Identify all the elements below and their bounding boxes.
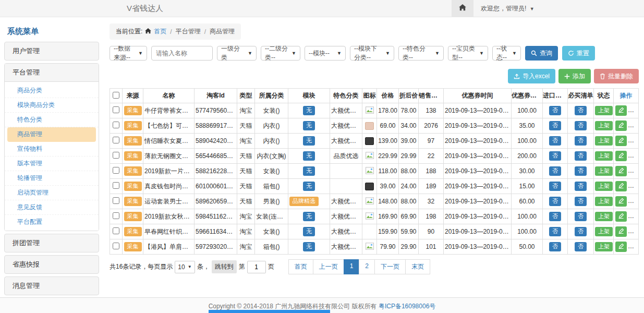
status-badge[interactable]: 上架 (595, 212, 613, 221)
edit-button[interactable] (615, 105, 627, 116)
filter-select[interactable]: --状态--▼ (492, 46, 521, 61)
must-buy-toggle[interactable]: 否 (575, 197, 587, 206)
jump-to-button[interactable]: 跳转到 (212, 260, 237, 273)
import-select-toggle[interactable]: 否 (549, 182, 561, 190)
import-select-toggle[interactable]: 否 (549, 151, 561, 160)
sidebar-section-4[interactable]: 省惠快报 (5, 256, 99, 273)
bottom-scrollbar-thumb[interactable] (209, 310, 330, 313)
filter-select-data-source[interactable]: --数据来源--▼ (110, 46, 147, 61)
breadcrumb-home-link[interactable]: 首页 (154, 27, 166, 36)
import-select-toggle[interactable]: 否 (549, 197, 561, 206)
status-badge[interactable]: 上架 (595, 227, 613, 236)
home-button[interactable] (452, 0, 473, 17)
batch-delete-button[interactable]: 批量删除 (594, 69, 639, 83)
must-buy-toggle[interactable]: 否 (575, 182, 587, 190)
status-badge[interactable]: 上架 (595, 242, 613, 251)
sidebar-item[interactable]: 轮播管理 (5, 171, 99, 186)
must-buy-toggle[interactable]: 否 (575, 212, 587, 221)
sidebar-section-5[interactable]: 消息管理 (5, 277, 99, 295)
pager-button[interactable]: 下一页 (374, 259, 406, 274)
import-select-toggle[interactable]: 否 (549, 227, 561, 236)
sidebar-section-1[interactable]: 用户管理 (5, 42, 99, 60)
filter-select[interactable]: 一级分类▼ (217, 46, 257, 61)
row-checkbox[interactable] (113, 197, 119, 204)
must-buy-toggle[interactable]: 否 (575, 136, 587, 145)
must-buy-toggle[interactable]: 否 (575, 166, 587, 175)
module-badge: 无 (303, 227, 315, 236)
sidebar-item[interactable]: 模块商品分类 (5, 98, 99, 113)
sidebar-section-3[interactable]: 拼团管理 (5, 234, 99, 252)
must-buy-toggle[interactable]: 否 (575, 106, 587, 115)
pager-button[interactable]: 1 (344, 259, 360, 274)
discount-price: 69.90 (399, 209, 419, 224)
must-buy-toggle[interactable]: 否 (575, 151, 587, 160)
status-badge[interactable]: 上架 (595, 121, 613, 130)
row-checkbox[interactable] (113, 137, 119, 143)
reset-button[interactable]: 重置 (562, 46, 595, 61)
sidebar-item[interactable]: 特色分类 (5, 113, 99, 127)
filter-select[interactable]: --模块下分类--▼ (350, 46, 394, 61)
import-select-toggle[interactable]: 否 (549, 121, 561, 130)
row-checkbox[interactable] (113, 122, 119, 128)
must-buy-toggle[interactable]: 否 (575, 242, 587, 251)
sidebar-item[interactable]: 商品管理 (7, 127, 96, 142)
import-select-toggle[interactable]: 否 (549, 136, 561, 145)
add-button[interactable]: 添加 (558, 69, 591, 83)
must-buy-toggle[interactable]: 否 (575, 121, 587, 130)
column-header: 操作 (614, 89, 639, 103)
search-button[interactable]: 查询 (525, 46, 558, 61)
pager-button[interactable]: 上一页 (313, 259, 344, 274)
row-checkbox[interactable] (113, 182, 119, 189)
edit-button[interactable] (615, 151, 627, 161)
status-badge[interactable]: 上架 (595, 106, 613, 115)
page-size-select[interactable]: 10 ▼ (175, 261, 195, 273)
select-all-checkbox[interactable] (113, 92, 119, 99)
row-checkbox[interactable] (113, 227, 119, 234)
user-menu[interactable]: 欢迎您，管理员! ▼ (481, 4, 534, 13)
import-select-toggle[interactable]: 否 (549, 242, 561, 251)
copyright-text: Copyright © 2014-2018 广州九驰网络科技有限公司 版权所有 (209, 303, 377, 310)
edit-button[interactable] (615, 121, 627, 131)
jump-page-input[interactable] (247, 261, 266, 273)
status-badge[interactable]: 上架 (595, 166, 613, 175)
filter-select[interactable]: --二级分类--▼ (261, 46, 300, 61)
import-select-toggle[interactable]: 否 (549, 166, 561, 175)
pager-button[interactable]: 末页 (405, 259, 430, 274)
row-checkbox[interactable] (113, 152, 119, 159)
pager-button[interactable]: 2 (359, 259, 375, 274)
sidebar-item[interactable]: 宣传物料 (5, 142, 99, 156)
filter-select[interactable]: --特色分类--▼ (398, 46, 444, 61)
status-badge-cell: 上架 (594, 103, 614, 118)
edit-button[interactable] (615, 211, 627, 222)
sidebar-item[interactable]: 版本管理 (5, 156, 99, 171)
status-badge[interactable]: 上架 (595, 136, 613, 145)
status-badge[interactable]: 上架 (595, 197, 613, 206)
sidebar-item[interactable]: 启动页管理 (5, 186, 99, 200)
sidebar-item[interactable]: 商品分类 (5, 83, 99, 98)
edit-button[interactable] (615, 226, 627, 237)
import-select-toggle[interactable]: 否 (549, 106, 561, 115)
icp-link[interactable]: 粤ICP备16098006号 (379, 303, 435, 310)
status-badge[interactable]: 上架 (595, 151, 613, 160)
edit-button[interactable] (615, 242, 627, 252)
edit-button[interactable] (615, 196, 627, 207)
row-checkbox[interactable] (113, 106, 119, 113)
import-select-toggle[interactable]: 否 (549, 212, 561, 221)
sidebar-item[interactable]: 意见反馈 (5, 200, 99, 215)
import-excel-button[interactable]: 导入excel (508, 69, 555, 83)
status-badge[interactable]: 上架 (595, 182, 613, 190)
sidebar-section-2[interactable]: 平台管理 (5, 64, 99, 82)
row-checkbox[interactable] (113, 167, 119, 174)
must-buy-toggle[interactable]: 否 (575, 227, 587, 236)
sidebar-item[interactable]: 平台配置 (5, 215, 99, 229)
row-checkbox[interactable] (113, 243, 119, 249)
pager-button[interactable]: 首页 (288, 259, 313, 274)
product-name-search-input[interactable] (151, 46, 213, 61)
source-badge: 采集 (124, 242, 142, 251)
row-checkbox[interactable] (113, 212, 119, 219)
edit-button[interactable] (615, 166, 627, 176)
filter-select[interactable]: --模块--▼ (305, 46, 346, 61)
filter-select[interactable]: --宝贝类型--▼ (448, 46, 488, 61)
edit-button[interactable] (615, 136, 627, 146)
edit-button[interactable] (615, 181, 627, 191)
